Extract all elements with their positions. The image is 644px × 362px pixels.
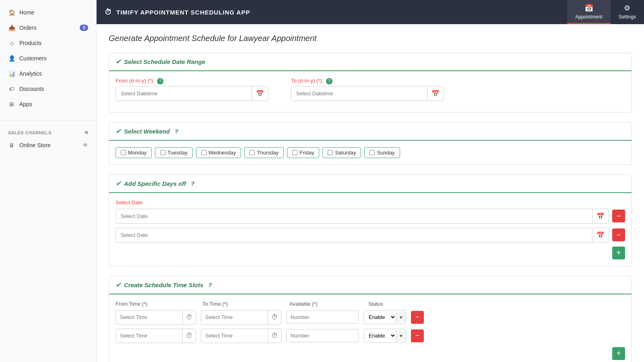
status-1-dropdown-icon[interactable]: ▼ [396,312,406,323]
days-off-input-1[interactable] [116,210,592,222]
from-date-help-icon[interactable]: ? [157,78,163,84]
from-time-2-clock-icon[interactable]: ⏱ [182,329,196,343]
online-store-view-icon[interactable]: 👁 [83,142,88,148]
days-off-help-icon[interactable]: ? [191,180,194,187]
days-off-row-2: 📅 − [116,228,625,243]
weekend-check-icon: ✔ [116,128,121,135]
days-off-calendar-icon-1[interactable]: 📅 [592,209,609,223]
day-saturday[interactable]: Saturday [322,147,361,158]
time-slots-column-headers: From Time (*) To Time (*) Available (*) … [116,301,625,307]
remove-day-off-2-button[interactable]: − [612,228,625,241]
app-header: ⏱ TIMIFY APPOINTMENT SCHEDULING APP 📅 Ap… [97,0,644,24]
to-time-2-input[interactable] [201,329,268,342]
status-header: Status [368,301,417,307]
day-buttons-container: Monday Tuesday Wednesday Thursday Friday… [116,147,625,158]
date-range-section: ✔ Select Schedule Date Range From (d-m-y… [109,53,632,113]
days-off-section: ✔ Add Specific Days off ? Select Date 📅 … [109,175,632,266]
checkbox-saturday[interactable] [328,150,333,155]
to-time-header: To Time (*) [202,301,283,307]
to-time-1-input[interactable] [201,311,268,323]
checkbox-friday[interactable] [292,150,297,155]
available-header: Available (*) [289,301,362,307]
time-slot-row-2: ⏱ ⏱ Enable Disable ▼ − [116,329,625,343]
weekend-body: Monday Tuesday Wednesday Thursday Friday… [109,141,632,165]
sidebar-item-apps[interactable]: ⊞ Apps [0,97,96,112]
from-datetime-calendar-icon[interactable]: 📅 [252,86,268,101]
remove-day-off-1-button[interactable]: − [612,210,625,222]
app-nav: 📅 Appointment ⚙ Settings [567,0,644,24]
date-range-check-icon: ✔ [116,58,121,66]
add-slot-row: + [116,347,625,360]
days-off-header: ✔ Add Specific Days off ? [109,175,632,193]
available-2-input[interactable] [286,329,359,342]
sidebar-item-home[interactable]: 🏠 Home [0,5,96,20]
nav-item-appointment[interactable]: 📅 Appointment [567,0,610,24]
time-slots-header: ✔ Create Schedule Time Slots ? [109,276,632,294]
from-time-1-clock-icon[interactable]: ⏱ [182,311,196,324]
page-title: Generate Appointment Schedule for Lawyea… [109,34,632,43]
from-date-group: From (d-m-y) (*): ? 📅 [116,78,268,101]
from-time-1-input[interactable] [116,311,182,323]
to-datetime-calendar-icon[interactable]: 📅 [427,86,444,101]
available-1-input[interactable] [286,311,359,324]
checkbox-sunday[interactable] [369,150,375,155]
online-store-icon: 🖥 [8,142,15,149]
page-content: Generate Appointment Schedule for Lawyea… [97,24,644,362]
to-datetime-input[interactable] [291,87,427,100]
main-content: ⏱ TIMIFY APPOINTMENT SCHEDULING APP 📅 Ap… [97,0,644,362]
checkbox-tuesday[interactable] [160,150,165,155]
status-2-select-wrapper: Enable Disable ▼ [363,329,406,343]
sidebar-item-discounts[interactable]: 🏷 Discounts [0,81,96,97]
remove-slot-1-button[interactable]: − [411,311,424,324]
sidebar-item-online-store[interactable]: 🖥 Online Store 👁 [0,138,96,153]
sidebar-item-customers[interactable]: 👤 Customers [0,51,96,66]
time-slots-body: From Time (*) To Time (*) Available (*) … [109,294,632,362]
add-day-off-button[interactable]: + [612,247,625,259]
sidebar-item-orders[interactable]: 📥 Orders 9 [0,20,96,35]
to-time-2-clock-icon[interactable]: ⏱ [268,329,281,343]
add-slot-button[interactable]: + [612,347,625,360]
status-1-select[interactable]: Enable Disable [364,311,396,324]
checkbox-thursday[interactable] [250,150,255,155]
customers-icon: 👤 [8,55,15,62]
to-datetime-input-wrapper: 📅 [291,86,444,101]
day-sunday[interactable]: Sunday [364,147,400,158]
from-time-2-input[interactable] [116,329,182,342]
sidebar-item-products[interactable]: ◇ Products [0,35,96,51]
to-time-2-wrapper: ⏱ [201,329,281,343]
to-date-label: To (d-m-y) (*): ? [291,78,444,84]
sidebar-item-analytics[interactable]: 📊 Analytics [0,66,96,81]
select-date-label: Select Date [116,200,625,206]
date-range-body: From (d-m-y) (*): ? 📅 To (d-m-y) (*): ? [109,71,632,112]
status-2-select[interactable]: Enable Disable [364,329,396,342]
to-time-1-clock-icon[interactable]: ⏱ [268,311,281,324]
to-date-help-icon[interactable]: ? [326,78,332,84]
weekend-section: ✔ Select Weekend ? Monday Tuesday Wednes… [109,122,632,165]
day-tuesday[interactable]: Tuesday [155,147,192,158]
day-thursday[interactable]: Thursday [244,147,284,158]
day-monday[interactable]: Monday [116,147,152,158]
checkbox-monday[interactable] [121,150,126,155]
orders-icon: 📥 [8,24,15,31]
appointment-nav-icon: 📅 [584,4,593,12]
orders-badge: 9 [80,25,88,31]
analytics-icon: 📊 [8,70,15,77]
remove-slot-2-button[interactable]: − [411,329,424,342]
from-time-1-wrapper: ⏱ [116,310,196,325]
days-off-input-2[interactable] [116,229,592,241]
weekend-help-icon[interactable]: ? [175,128,178,135]
days-off-calendar-icon-2[interactable]: 📅 [592,228,609,242]
date-range-row: From (d-m-y) (*): ? 📅 To (d-m-y) (*): ? [116,78,625,101]
day-friday[interactable]: Friday [287,147,319,158]
app-title: ⏱ TIMIFY APPOINTMENT SCHEDULING APP [105,8,250,16]
checkbox-wednesday[interactable] [201,150,206,155]
apps-icon: ⊞ [8,101,15,108]
time-slot-row-1: ⏱ ⏱ Enable Disable ▼ − [116,310,625,325]
time-slots-help-icon[interactable]: ? [208,282,212,288]
day-wednesday[interactable]: Wednesday [196,147,241,158]
from-datetime-input[interactable] [116,87,252,100]
status-2-dropdown-icon[interactable]: ▼ [396,330,406,341]
nav-item-settings[interactable]: ⚙ Settings [611,0,644,24]
time-slots-section: ✔ Create Schedule Time Slots ? From Time… [109,276,632,362]
add-sales-channel-icon[interactable]: ⊕ [85,130,89,135]
